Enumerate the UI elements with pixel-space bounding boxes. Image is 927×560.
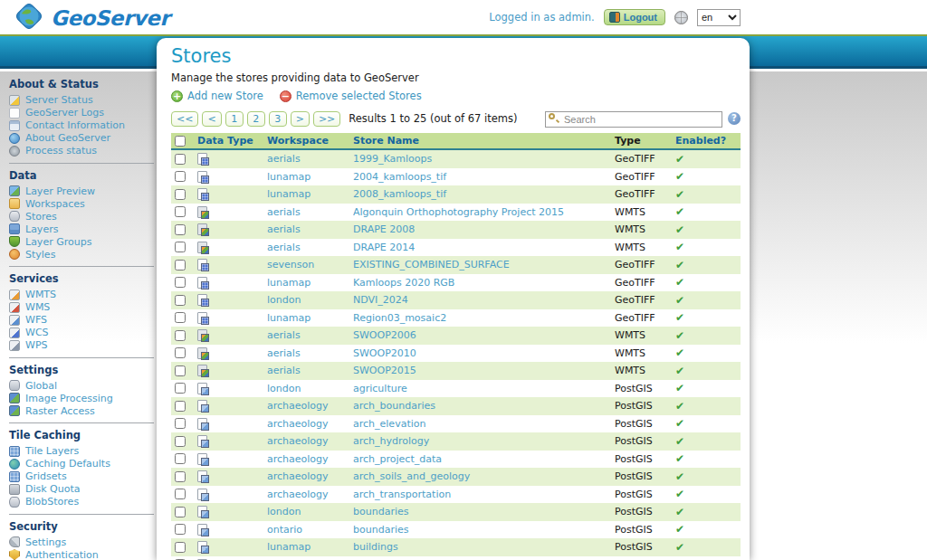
row-checkbox[interactable] bbox=[175, 347, 186, 358]
row-checkbox[interactable] bbox=[175, 365, 186, 376]
store-name-link[interactable]: arch_hydrology bbox=[353, 435, 615, 447]
store-name-link[interactable]: SWOOP2015 bbox=[353, 365, 615, 376]
workspace-link[interactable]: archaeology bbox=[267, 418, 353, 430]
sidebar-item-workspaces[interactable]: Workspaces bbox=[9, 198, 154, 211]
pagination-button[interactable]: 3 bbox=[269, 111, 287, 127]
column-header-type[interactable]: Type bbox=[615, 135, 675, 147]
row-checkbox[interactable] bbox=[175, 154, 186, 165]
sidebar-item-wms[interactable]: WMS bbox=[9, 301, 154, 314]
sidebar-item-styles[interactable]: Styles bbox=[9, 249, 154, 261]
row-checkbox[interactable] bbox=[175, 189, 186, 200]
store-name-link[interactable]: EXISTING_COMBINED_SURFACE bbox=[353, 259, 615, 271]
workspace-link[interactable]: aerials bbox=[267, 242, 353, 253]
store-name-link[interactable]: boundaries bbox=[353, 506, 615, 517]
logout-button[interactable]: Logout bbox=[604, 9, 665, 25]
row-checkbox[interactable] bbox=[175, 453, 186, 464]
workspace-link[interactable]: london bbox=[267, 506, 353, 517]
workspace-link[interactable]: aerials bbox=[267, 365, 353, 376]
workspace-link[interactable]: archaeology bbox=[267, 470, 353, 482]
store-name-link[interactable]: SWOOP2006 bbox=[353, 329, 615, 341]
row-checkbox[interactable] bbox=[175, 242, 186, 252]
store-name-link[interactable]: Region03_mosaic2 bbox=[353, 312, 615, 324]
store-name-link[interactable]: NDVI_2024 bbox=[353, 294, 615, 306]
sidebar-item-layers[interactable]: Layers bbox=[9, 223, 154, 236]
store-name-link[interactable]: DRAPE 2014 bbox=[353, 242, 615, 253]
store-name-link[interactable]: Algonquin Orthophotography Project 2015 bbox=[353, 206, 615, 218]
sidebar-item-layer-groups[interactable]: Layer Groups bbox=[9, 236, 154, 249]
pagination-button[interactable]: << bbox=[171, 111, 198, 127]
sidebar-item-stores[interactable]: Stores bbox=[9, 211, 154, 223]
sidebar-item-image-processing[interactable]: Image Processing bbox=[9, 393, 154, 405]
column-header-enabled[interactable]: Enabled? bbox=[675, 135, 741, 147]
store-name-link[interactable]: 2008_kamloops_tif bbox=[353, 188, 615, 200]
sidebar-item-blobstores[interactable]: BlobStores bbox=[9, 496, 154, 508]
sidebar-item-wfs[interactable]: WFS bbox=[9, 314, 154, 327]
workspace-link[interactable]: aerials bbox=[267, 153, 353, 165]
store-name-link[interactable]: boundaries bbox=[353, 524, 615, 536]
pagination-button[interactable]: < bbox=[202, 111, 221, 127]
row-checkbox[interactable] bbox=[175, 260, 186, 271]
row-checkbox[interactable] bbox=[175, 418, 186, 429]
workspace-link[interactable]: archaeology bbox=[267, 489, 353, 500]
sidebar-item-server-status[interactable]: Server Status bbox=[9, 94, 154, 107]
store-name-link[interactable]: arch_transportation bbox=[353, 489, 615, 500]
sidebar-item-wcs[interactable]: WCS bbox=[9, 327, 154, 339]
store-name-link[interactable]: arch_elevation bbox=[353, 418, 615, 430]
store-name-link[interactable]: 1999_Kamloops bbox=[353, 153, 615, 165]
workspace-link[interactable]: lunamap bbox=[267, 541, 353, 553]
store-name-link[interactable]: arch_boundaries bbox=[353, 400, 615, 412]
sidebar-item-global[interactable]: Global bbox=[9, 380, 154, 393]
row-checkbox[interactable] bbox=[175, 330, 186, 341]
add-new-store-button[interactable]: + Add new Store bbox=[171, 90, 263, 102]
sidebar-item-settings[interactable]: Settings bbox=[9, 536, 154, 549]
workspace-link[interactable]: london bbox=[267, 294, 353, 306]
sidebar-item-wps[interactable]: WPS bbox=[9, 339, 154, 352]
store-name-link[interactable]: Kamloops 2020 RGB bbox=[353, 277, 615, 289]
sidebar-item-disk-quota[interactable]: Disk Quota bbox=[9, 483, 154, 496]
row-checkbox[interactable] bbox=[175, 401, 186, 412]
select-all-checkbox[interactable] bbox=[175, 136, 186, 147]
store-name-link[interactable]: 2004_kamloops_tif bbox=[353, 171, 615, 183]
sidebar-item-gridsets[interactable]: Gridsets bbox=[9, 470, 154, 483]
row-checkbox[interactable] bbox=[175, 471, 186, 482]
row-checkbox[interactable] bbox=[175, 277, 186, 288]
sidebar-item-about-geoserver[interactable]: About GeoServer bbox=[9, 132, 154, 145]
workspace-link[interactable]: lunamap bbox=[267, 277, 353, 289]
row-checkbox[interactable] bbox=[175, 489, 186, 499]
store-name-link[interactable]: buildings bbox=[353, 541, 615, 553]
store-name-link[interactable]: arch_soils_and_geology bbox=[353, 470, 615, 482]
store-name-link[interactable]: SWOOP2010 bbox=[353, 347, 615, 359]
remove-selected-stores-button[interactable]: − Remove selected Stores bbox=[280, 90, 422, 102]
pagination-button[interactable]: >> bbox=[313, 111, 340, 127]
row-checkbox[interactable] bbox=[175, 542, 186, 553]
workspace-link[interactable]: ontario bbox=[267, 524, 353, 536]
row-checkbox[interactable] bbox=[175, 383, 186, 394]
workspace-link[interactable]: archaeology bbox=[267, 453, 353, 465]
store-name-link[interactable]: DRAPE 2008 bbox=[353, 223, 615, 235]
workspace-link[interactable]: aerials bbox=[267, 206, 353, 218]
row-checkbox[interactable] bbox=[175, 224, 186, 235]
sidebar-item-geoserver-logs[interactable]: GeoServer Logs bbox=[9, 107, 154, 119]
workspace-link[interactable]: aerials bbox=[267, 223, 353, 235]
workspace-link[interactable]: lunamap bbox=[267, 312, 353, 324]
row-checkbox[interactable] bbox=[175, 295, 186, 306]
sidebar-item-tile-layers[interactable]: Tile Layers bbox=[9, 445, 154, 458]
row-checkbox[interactable] bbox=[175, 507, 186, 517]
sidebar-item-wmts[interactable]: WMTS bbox=[9, 289, 154, 301]
row-checkbox[interactable] bbox=[175, 171, 186, 182]
sidebar-item-caching-defaults[interactable]: Caching Defaults bbox=[9, 458, 154, 470]
sidebar-item-raster-access[interactable]: Raster Access bbox=[9, 405, 154, 418]
workspace-link[interactable]: archaeology bbox=[267, 400, 353, 412]
workspace-link[interactable]: london bbox=[267, 383, 353, 394]
workspace-link[interactable]: archaeology bbox=[267, 435, 353, 447]
column-header-workspace[interactable]: Workspace bbox=[267, 135, 353, 147]
sidebar-item-authentication[interactable]: Authentication bbox=[9, 549, 154, 560]
store-name-link[interactable]: agriculture bbox=[353, 383, 615, 394]
workspace-link[interactable]: aerials bbox=[267, 329, 353, 341]
search-input[interactable] bbox=[545, 111, 722, 128]
language-select[interactable]: en bbox=[697, 9, 741, 26]
workspace-link[interactable]: lunamap bbox=[267, 171, 353, 183]
row-checkbox[interactable] bbox=[175, 312, 186, 323]
column-header-store-name[interactable]: Store Name bbox=[353, 135, 615, 147]
workspace-link[interactable]: lunamap bbox=[267, 188, 353, 200]
